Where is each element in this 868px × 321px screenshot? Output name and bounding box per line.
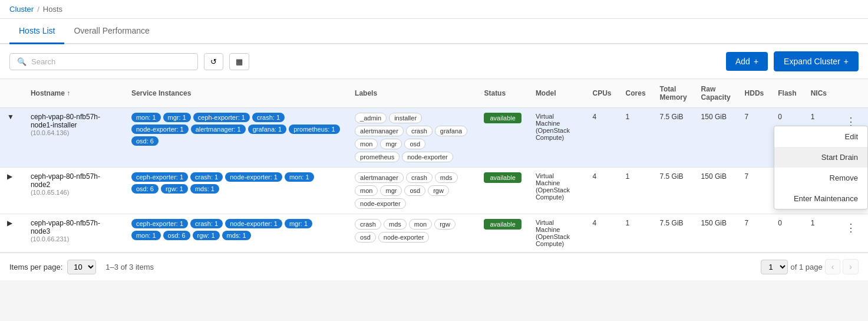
actions-cell: ⋮: [834, 214, 868, 253]
col-cores: Cores: [619, 79, 653, 108]
total-memory-cell: 7.5 GiB: [653, 214, 694, 253]
raw-capacity-cell: 150 GiB: [694, 214, 738, 253]
total-memory-cell: 7.5 GiB: [653, 168, 694, 214]
add-button-label: Add: [735, 57, 750, 66]
nics-cell: 1: [804, 214, 834, 253]
breadcrumb-hosts: Hosts: [43, 5, 62, 14]
items-per-page-select[interactable]: 10 25 50: [67, 260, 96, 274]
table-row: ▶ceph-vpap-80-nfb57h-node2(10.0.65.146)c…: [0, 168, 868, 214]
service-instances-cell: ceph-exporter: 1crash: 1node-exporter: 1…: [124, 214, 348, 253]
calendar-button[interactable]: ▦: [229, 53, 249, 70]
col-cpus: CPUs: [586, 79, 619, 108]
hdds-cell: 7: [738, 214, 771, 253]
context-menu-item-enter-maintenance[interactable]: Enter Maintenance: [774, 188, 867, 209]
refresh-button[interactable]: ↺: [204, 53, 223, 70]
total-memory-cell: 7.5 GiB: [653, 108, 694, 168]
of-page-label: of 1 page: [790, 263, 822, 271]
row-expand-chevron[interactable]: ▼: [0, 108, 24, 168]
col-raw-capacity: RawCapacity: [694, 79, 738, 108]
model-cell: Virtual Machine (OpenStack Compute): [529, 214, 586, 253]
col-status: Status: [477, 79, 528, 108]
expand-cluster-button[interactable]: Expand Cluster +: [774, 51, 859, 71]
flash-cell: 0: [771, 214, 803, 253]
context-menu-item-remove[interactable]: Remove: [774, 168, 867, 188]
breadcrumb-separator: /: [37, 5, 39, 14]
breadcrumb-cluster[interactable]: Cluster: [9, 5, 34, 14]
expand-cluster-icon: +: [844, 57, 849, 66]
tab-hosts-list[interactable]: Hosts List: [9, 19, 64, 44]
table-header: Hostname ↑ Service Instances Labels Stat…: [0, 79, 868, 108]
col-total-memory: TotalMemory: [653, 79, 694, 108]
table-row: ▼ceph-vpap-80-nfb57h-node1-installer(10.…: [0, 108, 868, 168]
page-number-select[interactable]: 1: [761, 260, 788, 274]
hdds-cell: 7: [738, 168, 771, 214]
search-icon: 🔍: [17, 57, 27, 66]
col-nics: NICs: [804, 79, 834, 108]
model-cell: Virtual Machine (OpenStack Compute): [529, 108, 586, 168]
status-cell: available: [477, 214, 528, 253]
labels-cell: alertmanagercrashmdsmonmgrosdrgwnode-exp…: [348, 168, 477, 214]
expand-cluster-label: Expand Cluster: [784, 57, 840, 66]
context-menu-item-start-drain[interactable]: Start Drain: [774, 147, 867, 168]
search-placeholder: Search: [31, 57, 55, 66]
pagination-nav: 1 of 1 page ‹ ›: [761, 259, 859, 274]
cores-cell: 1: [619, 168, 653, 214]
cores-cell: 1: [619, 108, 653, 168]
add-icon: +: [754, 57, 758, 66]
cpus-cell: 4: [586, 214, 619, 253]
actions-cell: ⋮EditStart DrainRemoveEnter Maintenance: [834, 108, 868, 168]
kebab-menu-button[interactable]: ⋮: [841, 219, 861, 237]
hostname-cell: ceph-vpap-80-nfb57h-node3(10.0.66.231): [24, 214, 124, 253]
add-button[interactable]: Add +: [726, 52, 768, 71]
raw-capacity-cell: 150 GiB: [694, 108, 738, 168]
cores-cell: 1: [619, 214, 653, 253]
service-instances-cell: mon: 1mgr: 1ceph-exporter: 1crash: 1node…: [124, 108, 348, 168]
labels-cell: _admininstalleralertmanagercrashgrafanam…: [348, 108, 477, 168]
breadcrumb: Cluster / Hosts: [0, 0, 868, 19]
raw-capacity-cell: 150 GiB: [694, 168, 738, 214]
pagination-range: 1–3 of 3 items: [105, 263, 154, 271]
search-box[interactable]: 🔍 Search: [9, 53, 198, 70]
items-per-page: Items per page: 10 25 50: [9, 260, 96, 274]
table-container: Hostname ↑ Service Instances Labels Stat…: [0, 79, 868, 253]
hostname-cell: ceph-vpap-80-nfb57h-node2(10.0.65.146): [24, 168, 124, 214]
toolbar: 🔍 Search ↺ ▦ Add + Expand Cluster +: [0, 44, 868, 79]
service-instances-cell: ceph-exporter: 1crash: 1node-exporter: 1…: [124, 168, 348, 214]
col-actions: [834, 79, 868, 108]
hostname-cell: ceph-vpap-80-nfb57h-node1-installer(10.0…: [24, 108, 124, 168]
col-model: Model: [529, 79, 586, 108]
model-cell: Virtual Machine (OpenStack Compute): [529, 168, 586, 214]
hdds-cell: 7: [738, 108, 771, 168]
col-labels: Labels: [348, 79, 477, 108]
calendar-icon: ▦: [236, 57, 243, 66]
status-cell: available: [477, 108, 528, 168]
col-hostname[interactable]: Hostname ↑: [24, 79, 124, 108]
cpus-cell: 4: [586, 168, 619, 214]
tab-overall-performance[interactable]: Overall Performance: [64, 19, 159, 44]
col-flash: Flash: [771, 79, 803, 108]
labels-cell: crashmdsmonrgwosdnode-exporter: [348, 214, 477, 253]
row-expand-chevron[interactable]: ▶: [0, 214, 24, 253]
table-row: ▶ceph-vpap-80-nfb57h-node3(10.0.66.231)c…: [0, 214, 868, 253]
footer-bar: Items per page: 10 25 50 1–3 of 3 items …: [0, 253, 868, 280]
row-expand-chevron[interactable]: ▶: [0, 168, 24, 214]
col-expand: [0, 79, 24, 108]
col-service-instances: Service Instances: [124, 79, 348, 108]
cpus-cell: 4: [586, 108, 619, 168]
context-menu: EditStart DrainRemoveEnter Maintenance: [774, 126, 868, 209]
next-page-button[interactable]: ›: [843, 259, 859, 274]
status-cell: available: [477, 168, 528, 214]
prev-page-button[interactable]: ‹: [825, 259, 841, 274]
context-menu-item-edit[interactable]: Edit: [774, 126, 867, 147]
tabs-bar: Hosts List Overall Performance: [0, 19, 868, 44]
items-per-page-label: Items per page:: [9, 263, 62, 271]
col-hdds: HDDs: [738, 79, 771, 108]
refresh-icon: ↺: [210, 57, 217, 66]
